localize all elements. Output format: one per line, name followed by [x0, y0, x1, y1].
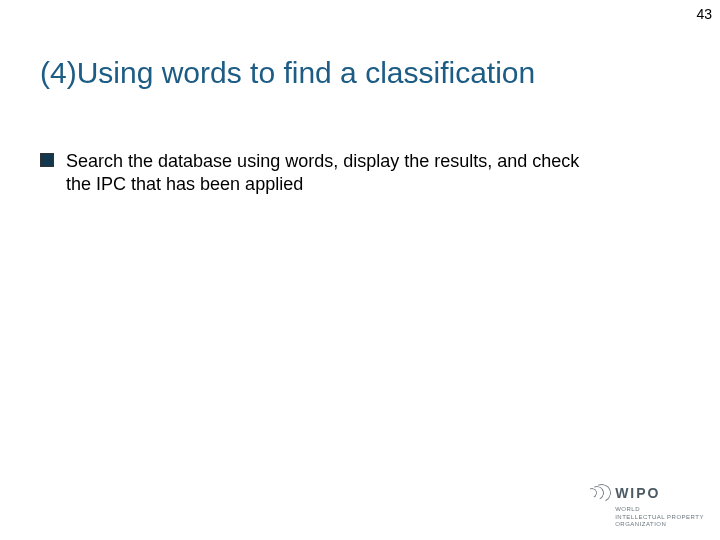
footer-logo: WIPO WORLD INTELLECTUAL PROPERTY ORGANIZ… — [587, 482, 704, 528]
square-bullet-icon — [40, 153, 54, 167]
wipo-subtext: WORLD INTELLECTUAL PROPERTY ORGANIZATION — [615, 506, 704, 528]
slide: 43 (4)Using words to find a classificati… — [0, 0, 720, 540]
wipo-mark: WIPO — [587, 482, 660, 504]
wipo-arcs-icon — [587, 482, 609, 504]
bullet-item: Search the database using words, display… — [40, 150, 600, 195]
wipo-sub-line: ORGANIZATION — [615, 521, 704, 528]
bullet-text: Search the database using words, display… — [66, 150, 600, 195]
wipo-name: WIPO — [615, 485, 660, 501]
wipo-sub-line: WORLD — [615, 506, 704, 513]
wipo-sub-line: INTELLECTUAL PROPERTY — [615, 514, 704, 521]
page-number: 43 — [696, 6, 712, 22]
slide-title: (4)Using words to find a classification — [40, 56, 535, 90]
